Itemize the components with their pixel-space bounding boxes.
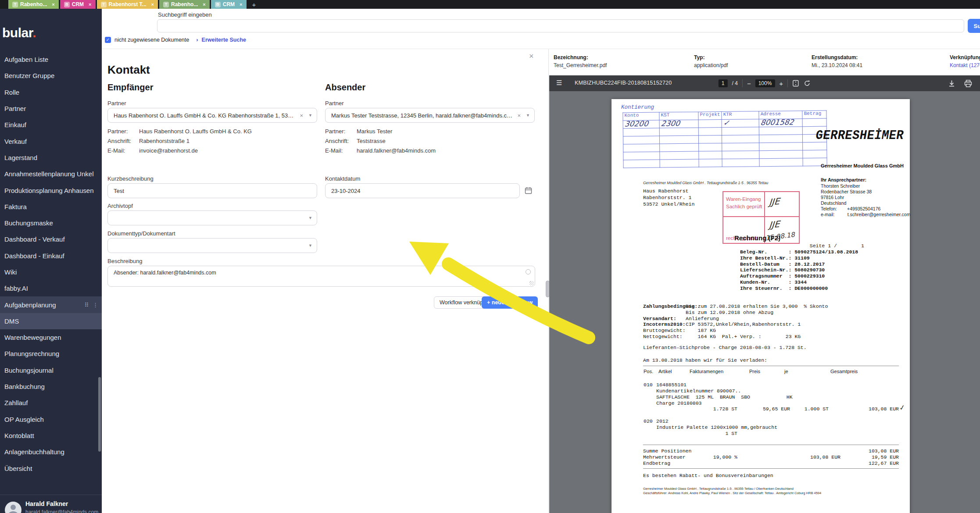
sender-address-line: Gerresheimer Moulded Glass GmbH . Tettau… [643, 181, 768, 185]
sidebar-item-kontoblatt[interactable]: Kontoblatt [0, 428, 102, 444]
sidebar-item-produktionsplanung-anhausen[interactable]: Produktionsplanung Anhausen [0, 182, 102, 198]
col-preis: Preis [749, 369, 760, 374]
info-label: Partner: [325, 128, 357, 138]
zoom-out-icon[interactable]: − [747, 80, 751, 87]
tab-label: Rabenho... [20, 1, 47, 7]
advanced-search-link[interactable]: Erweiterte Suche [202, 37, 246, 43]
sidebar-item-aufgabenplanung[interactable]: Aufgabenplanung⠿⋮ [0, 296, 102, 313]
sidebar-item-aufgaben-liste[interactable]: Aufgaben Liste [0, 51, 102, 68]
sidebar-item-label: Faktura [4, 203, 27, 210]
tab-favicon: T [101, 2, 107, 7]
chevron-down-icon[interactable]: ▼ [308, 243, 312, 248]
calendar-icon[interactable] [525, 187, 532, 194]
sidebar-item-rolle[interactable]: Rolle [0, 84, 102, 100]
sidebar-item-buchungsjournal[interactable]: Buchungsjournal [0, 362, 102, 378]
clear-icon[interactable]: × [517, 112, 521, 119]
description-textarea[interactable]: Absender: harald.falkner@fab4minds.com [107, 266, 535, 287]
sidebar-menu: Aufgaben ListeBenutzer GruppeRollePartne… [0, 51, 102, 477]
checkbox-label[interactable]: nicht zugewiesene Dokumente [114, 37, 189, 43]
fit-page-icon[interactable] [792, 80, 799, 87]
new-workflow-button[interactable]: + neuer Workflow [482, 296, 538, 309]
tab-close-icon[interactable]: × [240, 2, 242, 7]
sidebar-item-bankbuchung[interactable]: Bankbuchung [0, 378, 102, 395]
meta-value: Test_Gerresheimer.pdf [554, 62, 607, 68]
browser-tab[interactable]: TRabenho...× [8, 0, 59, 9]
document-type-select[interactable]: ▼ [107, 238, 317, 253]
kebab-icon[interactable]: ⋮ [93, 302, 98, 308]
invoice-footer: Gerresheimer Moulded Glass GmbH . Tettau… [643, 487, 821, 495]
kontierung-cell [698, 135, 722, 144]
chevron-down-icon[interactable]: ▼ [308, 113, 312, 118]
zoom-in-icon[interactable]: + [779, 80, 783, 87]
avatar[interactable] [5, 502, 21, 513]
menu-icon[interactable]: ☰ [556, 79, 562, 87]
sidebar-item-lagerstand[interactable]: Lagerstand [0, 150, 102, 166]
col-gesamtpreis: Gesamtpreis [830, 369, 858, 374]
sidebar-item-partner[interactable]: Partner [0, 100, 102, 117]
sidebar-item-einkauf[interactable]: Einkauf [0, 117, 102, 133]
sidebar-item-übersicht[interactable]: Übersicht [0, 460, 102, 476]
close-icon[interactable]: × [529, 52, 534, 61]
sidebar-item-anlagenbuchhaltung[interactable]: Anlagenbuchhaltung [0, 444, 102, 460]
new-tab-icon[interactable]: + [248, 0, 261, 9]
tab-close-icon[interactable]: × [203, 2, 205, 7]
resize-handle-icon[interactable] [529, 281, 534, 285]
browser-tab[interactable]: BCRM× [60, 0, 96, 9]
sidebar-item-dashboard-verkauf[interactable]: Dashboard - Verkauf [0, 231, 102, 247]
partner-info-row: Partner:Haus Rabenhorst O. Lauffs GmbH &… [107, 128, 252, 138]
chevron-down-icon[interactable]: ▼ [308, 216, 312, 220]
item-price: 59,65 EUR [743, 406, 790, 412]
sender-partner-select[interactable]: Markus Tester Teststrasse, 12345 Berlin,… [325, 108, 535, 123]
browser-tab[interactable]: BCRM× [211, 0, 247, 9]
print-icon[interactable] [964, 80, 972, 87]
recipient-partner-select[interactable]: Haus Rabenhorst O. Lauffs GmbH & Co. KG … [107, 108, 317, 123]
drag-handle-icon[interactable]: ⠿ [84, 302, 89, 308]
clear-icon[interactable]: × [300, 112, 303, 119]
kontierung-cell [699, 151, 722, 160]
sidebar-item-label: Benutzer Gruppe [4, 72, 54, 79]
tab-close-icon[interactable]: × [89, 2, 91, 7]
sidebar-item-fabby-ai[interactable]: fabby.AI [0, 280, 102, 296]
kontierung-row [623, 158, 827, 168]
sidebar-item-dashboard-einkauf[interactable]: Dashboard - Einkauf [0, 248, 102, 264]
meta-label: Bezeichnung: [554, 54, 607, 61]
sidebar-item-verkauf[interactable]: Verkauf [0, 133, 102, 149]
sidebar-scrollbar[interactable] [98, 377, 101, 452]
search-button[interactable]: Suchen [968, 19, 980, 33]
kontierung-cell [660, 143, 699, 152]
terms-values: Bis zum 27.08.2018 erhalten Sie 3,000 % … [686, 303, 828, 340]
sidebar-item-zahllauf[interactable]: Zahllauf [0, 395, 102, 411]
item-pos: 020 [644, 418, 653, 424]
sidebar-item-benutzer-gruppe[interactable]: Benutzer Gruppe [0, 68, 102, 84]
tab-close-icon[interactable]: × [151, 2, 154, 7]
sidebar-item-dms[interactable]: DMS [0, 313, 102, 329]
app-logo: bular. [2, 25, 36, 40]
textarea-icon [526, 269, 531, 274]
tab-close-icon[interactable]: × [52, 2, 54, 7]
info-value: Rabenhorststraße 1 [139, 138, 190, 147]
zoom-level[interactable]: 100% [755, 79, 775, 87]
sidebar-item-buchungsmaske[interactable]: Buchungsmaske [0, 215, 102, 231]
unassigned-documents-checkbox[interactable]: ✓ [105, 37, 111, 43]
archive-select[interactable]: ▼ [107, 210, 317, 225]
contact-date-input[interactable]: 23-10-2024 [325, 183, 520, 198]
sidebar-item-faktura[interactable]: Faktura [0, 199, 102, 215]
total-value: 103,08 EUR [831, 448, 899, 454]
pdf-viewer[interactable]: Kontierung KontoKSTProjektKTRAdresseBetr… [549, 91, 980, 513]
search-input[interactable] [157, 19, 964, 32]
kontakt-link[interactable]: Kontakt (12762 [950, 62, 980, 68]
chevron-down-icon[interactable]: ▼ [526, 113, 530, 118]
sidebar-item-wiki[interactable]: Wiki [0, 264, 102, 280]
short-description-input[interactable]: Test [107, 183, 317, 198]
sidebar-item-warenbewegungen[interactable]: Warenbewegungen [0, 329, 102, 346]
sidebar-item-planungsrechnung[interactable]: Planungsrechnung [0, 346, 102, 362]
kontierung-cell [759, 158, 803, 167]
download-icon[interactable] [948, 80, 955, 87]
browser-tab[interactable]: TRabenhorst T...× [97, 0, 158, 9]
sidebar-item-annahmestellenplanung-unkel[interactable]: Annahmestellenplanung Unkel [0, 166, 102, 182]
rotate-icon[interactable] [804, 80, 811, 87]
page-number-input[interactable]: 1 [719, 79, 728, 87]
document-meta-strip: Bezeichnung:Test_Gerresheimer.pdfTyp:app… [549, 49, 980, 75]
browser-tab[interactable]: TRabenho...× [159, 0, 210, 9]
sidebar-item-op-ausgleich[interactable]: OP Ausgleich [0, 411, 102, 428]
